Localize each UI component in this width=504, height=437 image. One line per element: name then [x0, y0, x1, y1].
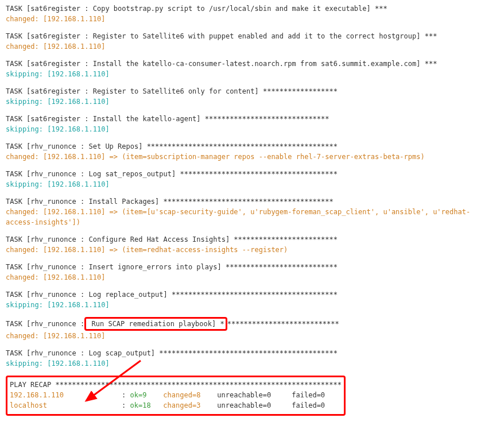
task-status: skipping: [192.168.1.110] [6, 124, 498, 134]
task-header: TASK [rhv_runonce : Configure Red Hat Ac… [6, 234, 498, 245]
task-status: skipping: [192.168.1.110] [6, 358, 498, 369]
recap-row: localhost : ok=18 changed=3 unreachable=… [10, 400, 342, 411]
task-status: changed: [192.168.1.110] [6, 272, 498, 283]
recap-unreachable: unreachable=0 [217, 391, 292, 399]
task-block: TASK [rhv_runonce : Log sat_repos_output… [6, 169, 498, 190]
ansible-output: TASK [sat6register : Copy bootstrap.py s… [6, 3, 498, 310]
task-block: TASK [sat6register : Install the katello… [6, 59, 498, 79]
task-block: TASK [sat6register : Install the katello… [6, 114, 498, 134]
task-header: TASK [rhv_runonce : Run SCAP remediation… [6, 317, 498, 331]
task-block: TASK [rhv_runonce : Log scap_output] ***… [6, 348, 498, 369]
task-status: skipping: [192.168.1.110] [6, 96, 498, 107]
task-status: changed: [192.168.1.110] [6, 14, 498, 24]
task-block: TASK [sat6register : Register to Satelli… [6, 31, 498, 52]
task-block: TASK [sat6register : Register to Satelli… [6, 86, 498, 107]
task-header: TASK [sat6register : Register to Satelli… [6, 31, 498, 41]
task-block-highlighted: TASK [rhv_runonce : Run SCAP remediation… [6, 317, 498, 341]
recap-failed: failed=0 [292, 401, 325, 409]
play-recap-title: PLAY RECAP *****************************… [10, 380, 342, 390]
task-block: TASK [rhv_runonce : Install Packages] **… [6, 196, 498, 227]
task-block: TASK [rhv_runonce : Configure Red Hat Ac… [6, 234, 498, 255]
recap-host: 192.168.1.110 [10, 391, 122, 399]
recap-ok: ok=18 [130, 401, 164, 409]
task-status: skipping: [192.168.1.110] [6, 300, 498, 310]
task-status: changed: [192.168.1.110] => (item=[u'sca… [6, 207, 498, 227]
task-block: TASK [rhv_runonce : Set Up Repos] ******… [6, 141, 498, 162]
recap-changed: changed=3 [163, 401, 217, 409]
recap-unreachable: unreachable=0 [217, 401, 292, 409]
task-header: TASK [rhv_runonce : Log scap_output] ***… [6, 348, 498, 358]
recap-changed: changed=8 [163, 391, 217, 399]
task-header: TASK [rhv_runonce : Log replace_output] … [6, 289, 498, 300]
task-block: TASK [rhv_runonce : Insert ignore_errors… [6, 262, 498, 283]
task-block: TASK [sat6register : Copy bootstrap.py s… [6, 3, 498, 24]
task-status: skipping: [192.168.1.110] [6, 179, 498, 190]
task-header: TASK [sat6register : Register to Satelli… [6, 86, 498, 96]
recap-host: localhost [10, 401, 122, 409]
task-header: TASK [sat6register : Copy bootstrap.py s… [6, 3, 498, 14]
recap-ok: ok=9 [130, 391, 164, 399]
task-header: TASK [sat6register : Install the katello… [6, 114, 498, 124]
recap-failed: failed=0 [292, 391, 325, 399]
task-header: TASK [rhv_runonce : Set Up Repos] ******… [6, 141, 498, 152]
task-header: TASK [rhv_runonce : Insert ignore_errors… [6, 262, 498, 272]
task-status: changed: [192.168.1.110] [6, 331, 498, 341]
task-status: changed: [192.168.1.110] => (item=subscr… [6, 152, 498, 162]
recap-row: 192.168.1.110 : ok=9 changed=8 unreachab… [10, 390, 342, 400]
play-recap-box: PLAY RECAP *****************************… [6, 376, 346, 416]
task-status: changed: [192.168.1.110] [6, 41, 498, 52]
task-status: changed: [192.168.1.110] => (item=redhat… [6, 245, 498, 255]
task-status: skipping: [192.168.1.110] [6, 69, 498, 79]
highlight-box: Run SCAP remediation playbook] * [84, 317, 227, 331]
task-header: TASK [rhv_runonce : Log sat_repos_output… [6, 169, 498, 179]
task-header: TASK [sat6register : Install the katello… [6, 59, 498, 69]
task-block: TASK [rhv_runonce : Log replace_output] … [6, 289, 498, 310]
task-header: TASK [rhv_runonce : Install Packages] **… [6, 196, 498, 207]
